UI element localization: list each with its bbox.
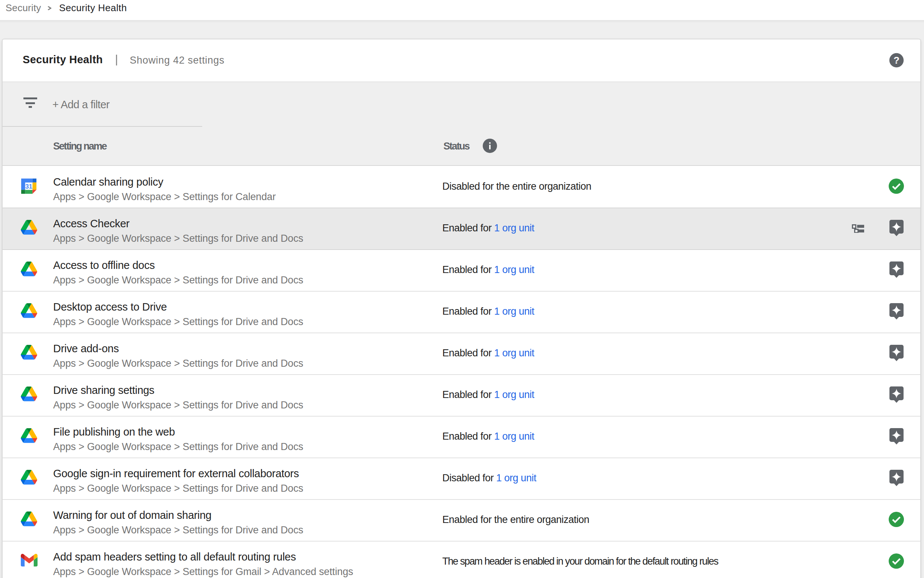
svg-text:?: ?: [893, 55, 900, 66]
svg-text:31: 31: [25, 183, 33, 190]
